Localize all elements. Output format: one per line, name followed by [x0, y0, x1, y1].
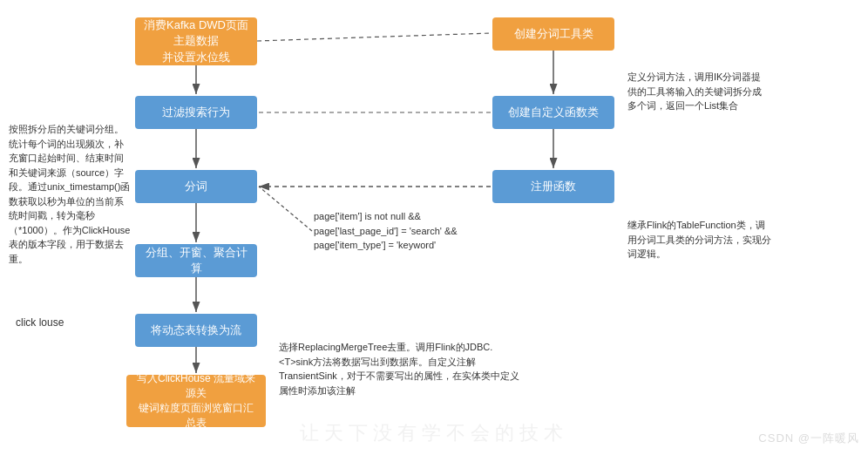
box-create-tool: 创建分词工具类	[492, 17, 614, 51]
box-kafka: 消费Kafka DWD页面主题数据并设置水位线	[135, 17, 257, 65]
click-louse-text: click louse	[16, 316, 64, 329]
box-group: 分组、开窗、聚合计算	[135, 244, 257, 277]
box-segment: 分词	[135, 170, 257, 203]
svg-line-11	[259, 187, 312, 231]
watermark-csdn: CSDN @一阵暖风	[758, 431, 859, 446]
diagram-container: 消费Kafka DWD页面主题数据并设置水位线 过滤搜索行为 分词 分组、开窗、…	[0, 0, 868, 455]
box-create-func: 创建自定义函数类	[492, 96, 614, 129]
svg-line-9	[257, 33, 491, 41]
box-dynamic: 将动态表转换为流	[135, 314, 257, 347]
box-register: 注册函数	[492, 170, 614, 203]
annotation-left: 按照拆分后的关键词分组。统计每个词的出现频次，补充窗口起始时间、结束时间和关键词…	[9, 122, 131, 266]
watermark-background: 让天下没有学不会的技术	[300, 420, 568, 446]
box-write: 写入ClickHouse 流量域来源关键词粒度页面浏览窗口汇总表	[126, 375, 266, 427]
annotation-right-top: 定义分词方法，调用IK分词器提供的工具将输入的关键词拆分成多个词，返回一个Lis…	[627, 70, 767, 113]
annotation-bottom: 选择ReplacingMergeTree去重。调用Flink的JDBC.<T>s…	[279, 340, 523, 397]
annotation-condition: page['item'] is not null &&page['last_pa…	[314, 209, 479, 253]
box-filter: 过滤搜索行为	[135, 96, 257, 129]
annotation-right-mid: 继承Flink的TableFunction类，调用分词工具类的分词方法，实现分词…	[627, 218, 771, 261]
